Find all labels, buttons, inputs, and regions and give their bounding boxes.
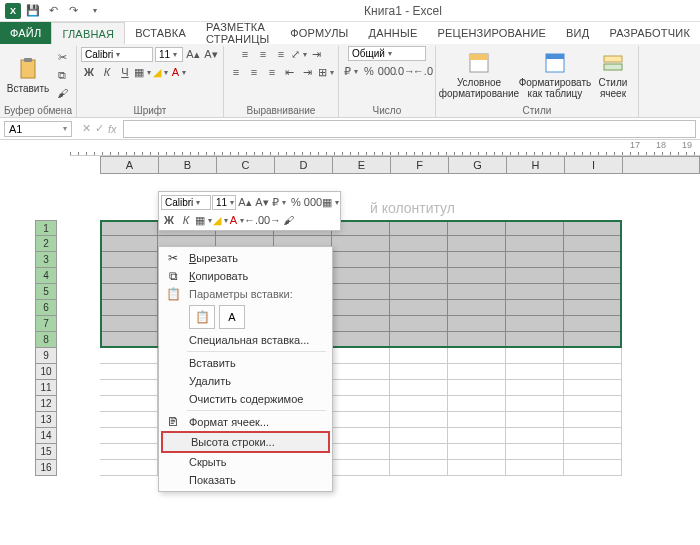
tab-layout[interactable]: РАЗМЕТКА СТРАНИЦЫ <box>196 22 280 44</box>
fx-icon[interactable]: fx <box>108 123 117 135</box>
cell[interactable] <box>332 412 390 428</box>
underline-button[interactable]: Ч <box>117 64 133 80</box>
cell[interactable] <box>390 220 448 236</box>
mini-font-color-icon[interactable]: A <box>229 212 245 228</box>
mini-font-size[interactable]: 11 <box>212 195 236 210</box>
row-header[interactable]: 13 <box>35 412 57 428</box>
mini-bold[interactable]: Ж <box>161 212 177 228</box>
mini-format-painter-icon[interactable]: 🖌 <box>280 212 296 228</box>
formula-input[interactable] <box>123 120 696 138</box>
comma-format-icon[interactable]: 000 <box>379 63 395 79</box>
number-format-select[interactable]: Общий <box>348 46 426 61</box>
row-header[interactable]: 3 <box>35 252 57 268</box>
cell-styles-button[interactable]: Стили ячеек <box>592 47 634 103</box>
paste-button[interactable]: Вставить <box>4 47 52 103</box>
format-as-table-button[interactable]: Форматировать как таблицу <box>520 47 590 103</box>
col-header[interactable]: D <box>275 157 333 173</box>
cell[interactable] <box>390 460 448 476</box>
cell[interactable] <box>332 428 390 444</box>
cell[interactable] <box>100 364 158 380</box>
row-header[interactable]: 11 <box>35 380 57 396</box>
borders-button[interactable]: ▦ <box>135 64 151 80</box>
cell[interactable] <box>448 284 506 300</box>
align-left-icon[interactable]: ≡ <box>228 64 244 80</box>
tab-home[interactable]: ГЛАВНАЯ <box>51 22 125 44</box>
mini-decrease-font-icon[interactable]: A▾ <box>254 194 270 210</box>
tab-file[interactable]: ФАЙЛ <box>0 22 51 44</box>
ctx-clear[interactable]: Очистить содержимое <box>161 390 330 408</box>
cell[interactable] <box>564 252 622 268</box>
col-header[interactable]: C <box>217 157 275 173</box>
mini-borders-icon[interactable]: ▦ <box>322 194 338 210</box>
align-right-icon[interactable]: ≡ <box>264 64 280 80</box>
cell[interactable] <box>506 316 564 332</box>
cell[interactable] <box>564 284 622 300</box>
cell[interactable] <box>100 268 158 284</box>
cell[interactable] <box>390 364 448 380</box>
cell[interactable] <box>448 364 506 380</box>
cell[interactable] <box>506 412 564 428</box>
cell[interactable] <box>100 444 158 460</box>
cell[interactable] <box>448 412 506 428</box>
cell[interactable] <box>506 284 564 300</box>
cell[interactable] <box>564 444 622 460</box>
cell[interactable] <box>100 396 158 412</box>
decrease-decimal-icon[interactable]: ←.0 <box>415 63 431 79</box>
cell[interactable] <box>564 460 622 476</box>
align-middle-icon[interactable]: ≡ <box>255 46 271 62</box>
cell[interactable] <box>448 428 506 444</box>
cell[interactable] <box>506 380 564 396</box>
row-header[interactable]: 9 <box>35 348 57 364</box>
cell[interactable] <box>448 396 506 412</box>
italic-button[interactable]: К <box>99 64 115 80</box>
row-header[interactable]: 10 <box>35 364 57 380</box>
increase-font-icon[interactable]: A▴ <box>185 46 201 62</box>
cell[interactable] <box>100 428 158 444</box>
merge-icon[interactable]: ⊞ <box>318 64 334 80</box>
font-size-select[interactable]: 11 <box>155 47 183 62</box>
cell[interactable] <box>390 412 448 428</box>
font-name-select[interactable]: Calibri <box>81 47 153 62</box>
tab-developer[interactable]: РАЗРАБОТЧИК <box>599 22 700 44</box>
row-header[interactable]: 12 <box>35 396 57 412</box>
cell[interactable] <box>100 236 158 252</box>
cell[interactable] <box>332 284 390 300</box>
cell[interactable] <box>390 252 448 268</box>
qat-customize[interactable] <box>84 2 102 20</box>
cell[interactable] <box>332 252 390 268</box>
tab-view[interactable]: ВИД <box>556 22 599 44</box>
cell[interactable] <box>448 236 506 252</box>
cut-icon[interactable]: ✂ <box>54 49 70 65</box>
cell[interactable] <box>448 252 506 268</box>
row-header[interactable]: 5 <box>35 284 57 300</box>
col-header[interactable]: H <box>507 157 565 173</box>
cell[interactable] <box>448 444 506 460</box>
cell[interactable] <box>390 332 448 348</box>
mini-increase-font-icon[interactable]: A▴ <box>237 194 253 210</box>
cell[interactable] <box>390 268 448 284</box>
mini-border2-icon[interactable]: ▦ <box>195 212 211 228</box>
font-color-button[interactable]: A <box>171 64 187 80</box>
col-header[interactable]: I <box>565 157 623 173</box>
cell[interactable] <box>390 428 448 444</box>
enter-formula-icon[interactable]: ✓ <box>95 122 104 135</box>
cell[interactable] <box>506 428 564 444</box>
cell[interactable] <box>564 316 622 332</box>
cell[interactable] <box>448 316 506 332</box>
name-box[interactable]: A1 <box>4 121 72 137</box>
cell[interactable] <box>564 220 622 236</box>
cell[interactable] <box>448 268 506 284</box>
cell[interactable] <box>564 268 622 284</box>
cell[interactable] <box>506 364 564 380</box>
cell[interactable] <box>332 316 390 332</box>
cell[interactable] <box>390 300 448 316</box>
mini-fill-color-icon[interactable]: ◢ <box>212 212 228 228</box>
cell[interactable] <box>448 300 506 316</box>
cell[interactable] <box>448 332 506 348</box>
cell[interactable] <box>332 332 390 348</box>
cell[interactable] <box>564 412 622 428</box>
cell[interactable] <box>564 428 622 444</box>
align-center-icon[interactable]: ≡ <box>246 64 262 80</box>
mini-percent-icon[interactable]: % <box>288 194 304 210</box>
col-header[interactable]: B <box>159 157 217 173</box>
